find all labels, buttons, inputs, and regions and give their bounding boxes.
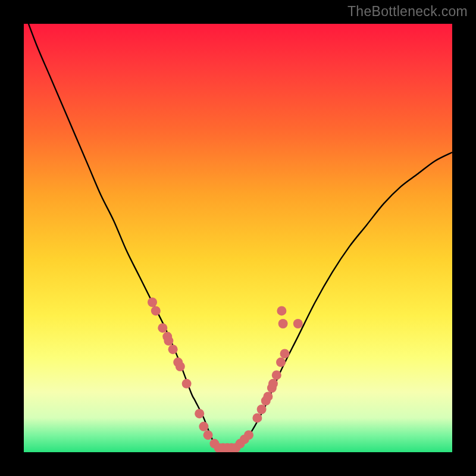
data-point — [199, 422, 208, 431]
plot-area — [24, 24, 452, 452]
data-point — [182, 379, 192, 389]
data-point — [252, 413, 262, 422]
data-point — [148, 298, 157, 307]
watermark-text: TheBottleneck.com — [347, 4, 468, 20]
data-point — [164, 336, 173, 346]
data-point — [195, 409, 204, 418]
data-point — [272, 370, 281, 380]
chart-frame: TheBottleneck.com — [0, 0, 476, 476]
data-point — [277, 306, 286, 315]
data-point — [278, 319, 288, 328]
chart-svg — [24, 24, 452, 452]
data-point — [293, 319, 303, 328]
data-point — [158, 323, 167, 333]
data-point — [276, 358, 286, 367]
data-point — [280, 349, 290, 358]
data-points — [148, 298, 303, 452]
data-point — [263, 392, 273, 401]
data-point — [203, 430, 213, 440]
data-point — [257, 405, 267, 414]
data-point — [268, 379, 278, 389]
data-point — [168, 345, 178, 354]
data-point — [151, 306, 161, 315]
bottleneck-curve — [24, 24, 452, 449]
data-point — [176, 362, 185, 371]
data-point — [244, 430, 253, 440]
